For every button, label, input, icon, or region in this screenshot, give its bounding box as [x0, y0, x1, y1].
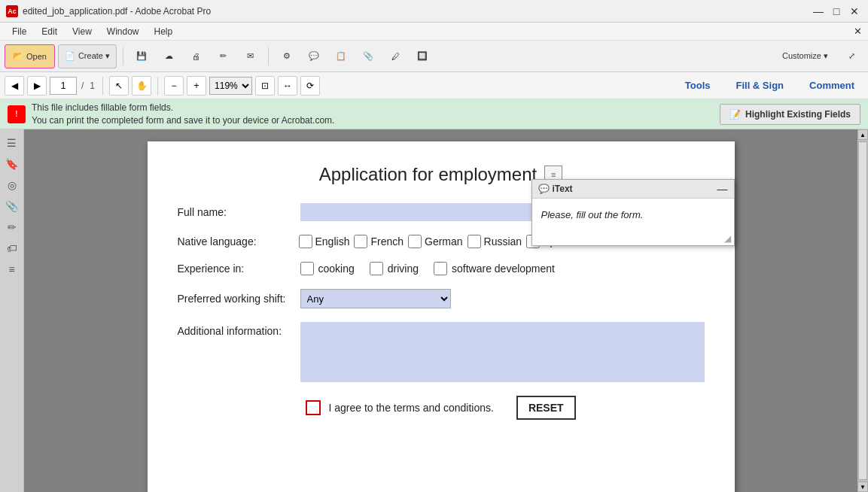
language-french-checkbox[interactable] [354, 235, 367, 248]
close-window-button[interactable]: ✕ [847, 4, 862, 19]
sidebar-bookmarks-icon[interactable]: 🔖 [3, 155, 21, 173]
rotate-icon: ⟳ [306, 80, 314, 91]
experience-driving-checkbox[interactable] [370, 262, 383, 275]
pdf-area: Application for employment ≡ Full name: … [24, 129, 857, 492]
separator-1 [123, 47, 123, 65]
shift-row: Preferred working shift: Any Morning Aft… [178, 289, 705, 308]
fit-page-button[interactable]: ⊡ [255, 76, 275, 96]
gear-icon: ⚙ [283, 51, 291, 61]
attach-button[interactable]: 📎 [356, 44, 380, 68]
separator-2 [268, 47, 269, 65]
nav-bar: ◀ ▶ / 1 ↖ ✋ − + 119% 100% 75% 150% ⊡ ↔ ⟳… [0, 72, 868, 99]
popup-close-button[interactable]: — [717, 183, 728, 195]
menu-file[interactable]: File [6, 25, 32, 38]
open-button[interactable]: 📂 Open [5, 44, 55, 68]
edit-button[interactable]: ✏ [211, 44, 235, 68]
stamp-button[interactable]: 📋 [329, 44, 353, 68]
rotate-button[interactable]: ⟳ [300, 76, 320, 96]
language-german: German [408, 235, 463, 248]
select-tool-button[interactable]: ↖ [109, 76, 129, 96]
minimize-button[interactable]: — [811, 4, 826, 19]
menu-view[interactable]: View [66, 25, 98, 38]
create-button[interactable]: 📄 Create ▾ [58, 44, 117, 68]
sidebar-signatures-icon[interactable]: ◎ [3, 176, 21, 194]
expand-button[interactable]: ⤢ [839, 44, 863, 68]
language-english-checkbox[interactable] [299, 235, 312, 248]
scroll-up-arrow[interactable]: ▲ [857, 129, 868, 140]
zoom-out-button[interactable]: − [164, 76, 184, 96]
addinfo-textarea[interactable] [300, 322, 705, 382]
bottom-row: I agree to the terms and conditions. RES… [178, 396, 705, 420]
menu-bar: File Edit View Window Help ✕ [0, 23, 868, 41]
maximize-button[interactable]: □ [829, 4, 844, 19]
zoom-select[interactable]: 119% 100% 75% 150% [209, 77, 252, 95]
language-french-label: French [370, 235, 404, 248]
menu-window[interactable]: Window [101, 25, 145, 38]
menu-edit[interactable]: Edit [35, 25, 63, 38]
popup-resize-area: ◢ [532, 232, 734, 245]
popup-title-bar: 💬 iText — [532, 180, 734, 199]
folder-icon: 📂 [13, 51, 23, 61]
app-icon: Ac [6, 5, 18, 17]
fill-sign-button[interactable]: Fill & Sign [726, 77, 793, 94]
experience-software-label: software development [452, 263, 555, 275]
full-name-label: Full name: [178, 206, 294, 218]
tools-button[interactable]: Tools [676, 77, 720, 94]
popup-body: Please, fill out the form. [532, 199, 734, 232]
sidebar-layers-icon[interactable]: ≡ [3, 260, 21, 278]
attach-icon: 📎 [363, 51, 373, 61]
page-number-input[interactable] [50, 77, 77, 95]
sidebar-pages-icon[interactable]: ☰ [3, 134, 21, 152]
print-icon: 🖨 [192, 52, 200, 61]
experience-software-checkbox[interactable] [434, 262, 447, 275]
sidebar-attachments-icon[interactable]: 📎 [3, 197, 21, 215]
sidebar-tags-icon[interactable]: 🏷 [3, 239, 21, 257]
nav-next-page[interactable]: ▶ [27, 76, 47, 96]
nav-prev-page[interactable]: ◀ [5, 76, 24, 96]
shift-select[interactable]: Any Morning Afternoon Night [300, 289, 451, 308]
main-area: ☰ 🔖 ◎ 📎 ✏ 🏷 ≡ Application for employment… [0, 129, 868, 492]
upload-button[interactable]: ☁ [157, 44, 181, 68]
page-total: 1 [90, 80, 95, 91]
right-scrollbar: ▲ ▼ [857, 129, 868, 492]
customize-button[interactable]: Customize ▾ [774, 44, 836, 68]
scroll-down-arrow[interactable]: ▼ [857, 481, 868, 492]
hand-tool-button[interactable]: ✋ [132, 76, 151, 96]
email-button[interactable]: ✉ [238, 44, 262, 68]
page-separator: / [81, 80, 84, 91]
menu-close-icon[interactable]: ✕ [854, 26, 862, 37]
fit-width-button[interactable]: ↔ [278, 76, 297, 96]
sign-icon: 🖊 [391, 52, 400, 61]
experience-driving-label: driving [388, 263, 419, 275]
print-button[interactable]: 🖨 [184, 44, 208, 68]
save-button[interactable]: 💾 [129, 44, 154, 68]
comment-icon: 💬 [309, 51, 319, 61]
comment-button[interactable]: 💬 [302, 44, 326, 68]
toolbar: 📂 Open 📄 Create ▾ 💾 ☁ 🖨 ✏ ✉ ⚙ 💬 📋 📎 🖊 🔲 … [0, 41, 868, 72]
zoom-in-icon: + [194, 80, 199, 91]
highlight-existing-fields-button[interactable]: 📝 Highlight Existing Fields [720, 104, 860, 125]
popup-panel: 💬 iText — Please, fill out the form. ◢ [531, 179, 735, 246]
language-english: English [299, 235, 350, 248]
settings-button[interactable]: ⚙ [275, 44, 299, 68]
comment-panel-button[interactable]: Comment [800, 77, 863, 94]
popup-resize-icon[interactable]: ◢ [724, 233, 731, 244]
language-russian-checkbox[interactable] [468, 235, 481, 248]
terms-checkbox[interactable] [306, 400, 321, 415]
zoom-out-icon: − [172, 80, 177, 91]
experience-label: Experience in: [178, 263, 294, 275]
menu-help[interactable]: Help [148, 25, 179, 38]
scroll-thumb[interactable] [858, 141, 867, 480]
language-german-checkbox[interactable] [408, 235, 422, 248]
nav-sep-1 [102, 77, 103, 95]
title-bar: Ac edited_job_application.pdf - Adobe Ac… [0, 0, 868, 23]
upload-icon: ☁ [165, 51, 173, 61]
create-icon: 📄 [65, 51, 75, 61]
addinfo-row: Additional information: [178, 322, 705, 382]
redact-button[interactable]: 🔲 [410, 44, 434, 68]
sign-button[interactable]: 🖊 [383, 44, 407, 68]
experience-cooking-checkbox[interactable] [300, 262, 314, 275]
reset-button[interactable]: RESET [516, 396, 576, 420]
sidebar-annotations-icon[interactable]: ✏ [3, 218, 21, 236]
zoom-in-button[interactable]: + [187, 76, 206, 96]
